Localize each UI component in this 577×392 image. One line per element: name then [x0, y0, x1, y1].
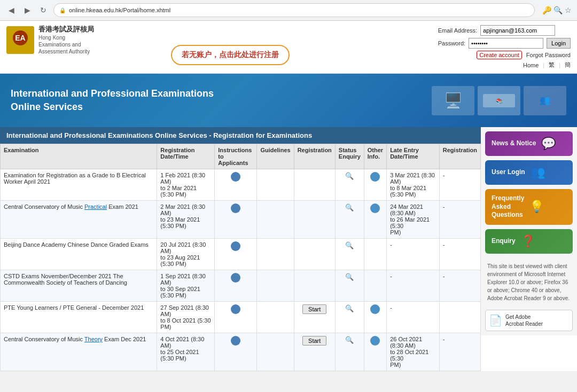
logo-en: Hong Kong Examinations and Assessment Au… — [38, 34, 94, 55]
instructions-globe-icon[interactable] — [231, 241, 240, 251]
exam-name: Central Conservatory of Music Theory Exa… — [1, 333, 157, 371]
guidelines-cell — [257, 169, 294, 201]
logo-area: EA 香港考試及評核局 Hong Kong Examinations and A… — [6, 25, 94, 55]
email-input[interactable] — [480, 25, 555, 36]
faq-button[interactable]: FrequentlyAskedQuestions 💡 — [485, 189, 573, 225]
other-globe-icon[interactable] — [370, 304, 380, 314]
instructions-globe-icon[interactable] — [231, 273, 240, 283]
status-cell: 🔍 — [335, 201, 364, 239]
forgot-password-link[interactable]: Forgot Password — [526, 52, 571, 58]
table-row: Examination for Registration as a Grade … — [1, 169, 481, 201]
refresh-button[interactable]: ↻ — [37, 4, 49, 16]
faq-text: FrequentlyAskedQuestions — [492, 194, 524, 219]
late-reg-cell: - — [439, 239, 480, 270]
other-globe-icon[interactable] — [370, 203, 380, 213]
email-row: Email Address: — [438, 25, 571, 36]
simple-link[interactable]: 簡 — [565, 61, 571, 69]
star-icon: ☆ — [565, 6, 572, 14]
banner-img-2: 📚 — [478, 86, 520, 115]
password-input[interactable] — [469, 38, 543, 49]
late-entry-cell: - — [387, 270, 440, 302]
reg-date: 2 Mar 2021 (8:30 AM)to 23 Mar 2021 (5:30… — [157, 201, 215, 239]
late-reg-cell: - — [439, 333, 480, 371]
status-cell: 🔍 — [335, 302, 364, 333]
enquiry-text: Enquiry — [492, 237, 516, 246]
adobe-text: Get Adobe Acrobat Reader — [505, 313, 543, 327]
th-late-reg: Registration — [439, 144, 480, 169]
other-globe-icon[interactable] — [370, 336, 380, 346]
late-entry-cell: 26 Oct 2021 (8:30 AM)to 28 Oct 2021 (5:3… — [387, 333, 440, 371]
instructions-globe-icon[interactable] — [231, 304, 240, 314]
instructions-cell — [215, 333, 257, 371]
other-cell — [364, 270, 386, 302]
url-text: online.hkeaa.edu.hk/Portal/home.xhtml — [69, 7, 170, 13]
other-globe-icon[interactable] — [370, 172, 380, 182]
trad-link[interactable]: 繁 — [549, 61, 555, 69]
th-guidelines: Guidelines — [257, 144, 294, 169]
content-wrapper: International and Professional Examinati… — [0, 127, 577, 371]
exam-name: Beijing Dance Academy Chinese Dance Grad… — [1, 239, 157, 270]
reg-date: 1 Sep 2021 (8:30 AM)to 30 Sep 2021 (5:30… — [157, 270, 215, 302]
late-entry-cell: 24 Mar 2021 (8:30 AM)to 26 Mar 2021 (5:3… — [387, 201, 440, 239]
instructions-globe-icon[interactable] — [231, 172, 240, 182]
table-row: Central Conservatory of Music Theory Exa… — [1, 333, 481, 371]
guidelines-cell — [257, 302, 294, 333]
logo-image: EA — [6, 26, 34, 54]
registration-cell — [294, 201, 335, 239]
exam-name: Examination for Registration as a Grade … — [1, 169, 157, 201]
monitor-icon: 🖥️ — [444, 92, 463, 109]
registration-cell: Start — [294, 333, 335, 371]
table-header-row: Examination RegistrationDate/Time Instru… — [1, 144, 481, 169]
status-search-icon[interactable]: 🔍 — [345, 304, 354, 312]
user-text: User Login — [492, 168, 525, 177]
th-late-entry: Late EntryDate/Time — [387, 144, 440, 169]
status-search-icon[interactable]: 🔍 — [345, 172, 354, 180]
registration-cell — [294, 239, 335, 270]
status-search-icon[interactable]: 🔍 — [345, 241, 354, 249]
banner-images: 🖥️ 📚 👥 — [432, 86, 566, 115]
news-notice-button[interactable]: News & Notice 💬 — [485, 131, 573, 156]
site-header: EA 香港考試及評核局 Hong Kong Examinations and A… — [0, 21, 577, 74]
adobe-badge[interactable]: 📄 Get Adobe Acrobat Reader — [485, 310, 573, 331]
home-link[interactable]: Home — [523, 62, 539, 68]
status-search-icon[interactable]: 🔍 — [345, 273, 354, 281]
site-info: This site is best viewed with client env… — [485, 258, 573, 307]
other-cell — [364, 333, 386, 371]
practical-link[interactable]: Practical — [84, 203, 107, 210]
start-button[interactable]: Start — [302, 336, 326, 346]
theory-link[interactable]: Theory — [84, 336, 103, 342]
address-bar[interactable]: 🔒 online.hkeaa.edu.hk/Portal/home.xhtml — [53, 3, 535, 17]
th-status: StatusEnquiry — [335, 144, 364, 169]
back-button[interactable]: ◀ — [5, 4, 17, 16]
create-account-link[interactable]: Create account — [477, 51, 522, 59]
forward-button[interactable]: ▶ — [21, 4, 33, 16]
lightbulb-icon: 💡 — [529, 200, 544, 214]
table-row: PTE Young Learners / PTE General - Decem… — [1, 302, 481, 333]
email-label: Email Address: — [438, 27, 477, 34]
exam-name: Central Conservatory of Music Practical … — [1, 201, 157, 239]
start-button[interactable]: Start — [302, 304, 326, 314]
browser-icons: 🔑 🔍 ☆ — [542, 6, 572, 14]
registration-cell — [294, 270, 335, 302]
instructions-globe-icon[interactable] — [231, 336, 240, 346]
late-reg-cell: - — [439, 201, 480, 239]
enquiry-button[interactable]: Enquiry ❓ — [485, 229, 573, 254]
other-cell — [364, 201, 386, 239]
th-reg-date: RegistrationDate/Time — [157, 144, 215, 169]
late-entry-cell: - — [387, 239, 440, 270]
instructions-cell — [215, 270, 257, 302]
login-button[interactable]: Login — [547, 38, 571, 49]
late-entry-cell: 3 Mar 2021 (8:30 AM)to 8 Mar 2021 (5:30 … — [387, 169, 440, 201]
instructions-globe-icon[interactable] — [231, 203, 240, 213]
svg-text:EA: EA — [15, 34, 25, 42]
user-login-button[interactable]: User Login 👥 — [485, 160, 573, 185]
status-search-icon[interactable]: 🔍 — [345, 203, 354, 211]
status-search-icon[interactable]: 🔍 — [345, 336, 354, 344]
login-links: Create account Forgot Password — [438, 51, 571, 59]
logo-text: 香港考試及評核局 Hong Kong Examinations and Asse… — [38, 25, 94, 55]
reg-date: 20 Jul 2021 (8:30 AM)to 23 Aug 2021 (5:3… — [157, 239, 215, 270]
reg-date: 4 Oct 2021 (8:30 AM)to 25 Oct 2021 (5:30… — [157, 333, 215, 371]
late-reg-cell: - — [439, 169, 480, 201]
reg-date: 1 Feb 2021 (8:30 AM)to 2 Mar 2021 (5:30 … — [157, 169, 215, 201]
banner-img-1: 🖥️ — [432, 86, 474, 115]
